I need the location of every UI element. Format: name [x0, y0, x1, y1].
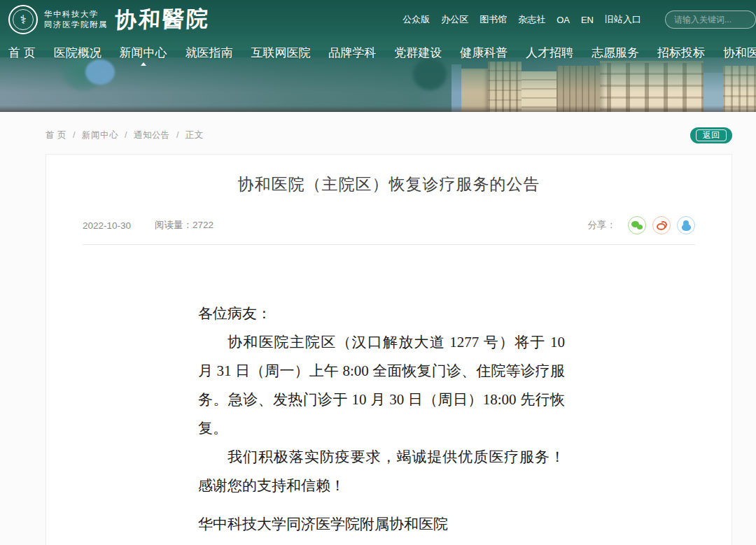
brand-university: 华中科技大学 — [44, 9, 108, 20]
share-weibo-icon[interactable] — [652, 216, 671, 234]
utility-nav: 公众版 办公区 图书馆 杂志社 OA EN 旧站入口 — [402, 10, 756, 29]
brand-hospital-name: 协和醫院 — [114, 4, 211, 35]
back-button[interactable]: 返回 — [690, 127, 732, 143]
crumb-separator: / — [125, 130, 127, 140]
meta-divider — [83, 244, 695, 245]
utility-link-library[interactable]: 图书馆 — [479, 13, 507, 26]
nav-item-overview[interactable]: 医院概况 — [54, 45, 102, 61]
nav-item-label: 新闻中心 — [120, 46, 167, 59]
nav-item-guide[interactable]: 就医指南 — [186, 45, 233, 61]
crumb-notices[interactable]: 通知公告 — [134, 130, 170, 140]
utility-link-journal[interactable]: 杂志社 — [518, 13, 545, 26]
article-views: 阅读量：2722 — [155, 219, 214, 232]
article-signature-date: 2022 年 10 月 30 日 — [198, 539, 565, 545]
utility-link-office[interactable]: 办公区 — [441, 13, 468, 26]
site-header: ⚕ 华中科技大学 同济医学院附属 协和醫院 公众版 办公区 图书馆 杂志社 OA… — [0, 0, 756, 112]
article-title: 协和医院（主院区）恢复诊疗服务的公告 — [46, 174, 732, 195]
search-input[interactable] — [665, 10, 756, 29]
brand-affiliation: 同济医学院附属 — [44, 20, 108, 30]
utility-link-en[interactable]: EN — [581, 15, 594, 25]
nav-item-recruitment[interactable]: 人才招聘 — [526, 45, 573, 61]
nav-item-party[interactable]: 党群建设 — [394, 45, 442, 61]
article-card: 协和医院（主院区）恢复诊疗服务的公告 2022-10-30 阅读量：2722 分… — [46, 154, 732, 545]
views-value: 2722 — [192, 220, 214, 230]
nav-item-health-science[interactable]: 健康科普 — [460, 45, 507, 61]
nav-item-internet-hospital[interactable]: 互联网医院 — [251, 45, 310, 61]
share-label: 分享： — [588, 219, 617, 232]
breadcrumb: 首 页 / 新闻中心 / 通知公告 / 正文 — [46, 129, 204, 141]
article-signature: 华中科技大学同济医学院附属协和医院 — [198, 510, 565, 539]
article-meta-row: 2022-10-30 阅读量：2722 分享： — [46, 215, 732, 235]
views-label: 阅读量： — [155, 220, 192, 230]
back-button-label: 返回 — [696, 129, 727, 141]
weibo-icon — [657, 221, 667, 230]
nav-item-disciplines[interactable]: 品牌学科 — [328, 45, 376, 61]
nav-active-indicator — [141, 62, 146, 66]
article-paragraph: 我们积极落实防疫要求，竭诚提供优质医疗服务！感谢您的支持和信赖！ — [198, 443, 565, 500]
crumb-separator: / — [73, 130, 76, 140]
nav-item-home[interactable]: 首 页 — [8, 45, 36, 61]
hospital-emblem-icon: ⚕ — [8, 5, 38, 34]
crumb-home[interactable]: 首 页 — [46, 130, 66, 140]
crumb-news[interactable]: 新闻中心 — [82, 130, 118, 140]
nav-item-volunteer[interactable]: 志愿服务 — [592, 45, 639, 61]
crumb-current: 正文 — [186, 130, 204, 140]
article-meta: 2022-10-30 阅读量：2722 — [83, 219, 214, 232]
caduceus-icon: ⚕ — [13, 9, 34, 30]
article-paragraph: 协和医院主院区（汉口解放大道 1277 号）将于 10 月 31 日（周一）上午… — [198, 328, 565, 443]
nav-item-news[interactable]: 新闻中心 — [120, 45, 167, 61]
article-paragraph: 各位病友： — [198, 299, 565, 328]
utility-link-oa[interactable]: OA — [556, 15, 570, 25]
crumb-separator: / — [176, 130, 179, 140]
main-nav: 首 页 医院概况 新闻中心 就医指南 互联网医院 品牌学科 党群建设 健康科普 … — [0, 39, 756, 66]
nav-item-bidding[interactable]: 招标投标 — [657, 45, 705, 61]
banner-street-shadow — [0, 106, 756, 112]
top-bar: ⚕ 华中科技大学 同济医学院附属 协和醫院 公众版 办公区 图书馆 杂志社 OA… — [0, 0, 756, 39]
breadcrumb-row: 首 页 / 新闻中心 / 通知公告 / 正文 返回 — [46, 127, 732, 143]
share-qq-icon[interactable] — [677, 216, 695, 234]
nav-item-alliance[interactable]: 协和医联体 — [723, 45, 756, 61]
hospital-logo[interactable]: ⚕ 华中科技大学 同济医学院附属 协和醫院 — [8, 5, 210, 34]
share-wechat-icon[interactable] — [628, 216, 646, 234]
utility-link-old-site[interactable]: 旧站入口 — [605, 13, 641, 26]
wechat-icon — [631, 221, 643, 229]
qq-icon — [682, 220, 691, 231]
brand-text: 华中科技大学 同济医学院附属 — [44, 9, 108, 30]
article-date: 2022-10-30 — [83, 220, 131, 231]
utility-link-public[interactable]: 公众版 — [402, 13, 430, 26]
article-body: 各位病友： 协和医院主院区（汉口解放大道 1277 号）将于 10 月 31 日… — [198, 299, 565, 545]
share-group: 分享： — [588, 216, 696, 234]
page: ⚕ 华中科技大学 同济医学院附属 协和醫院 公众版 办公区 图书馆 杂志社 OA… — [0, 0, 756, 545]
